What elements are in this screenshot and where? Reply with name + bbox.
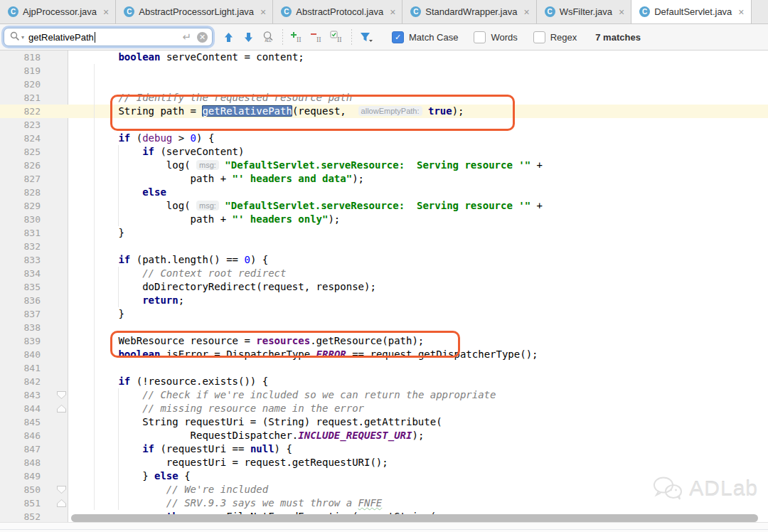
code-token [70, 294, 142, 306]
code-line[interactable]: // We're included [70, 483, 543, 496]
code-line[interactable] [70, 78, 543, 91]
fold-marker-icon[interactable] [57, 405, 66, 413]
line-number: 848 [0, 456, 68, 469]
code-token: return [142, 294, 178, 306]
code-line[interactable]: } [70, 307, 543, 321]
code-line[interactable]: boolean serveContent = content; [70, 50, 543, 64]
close-tab-icon[interactable]: × [523, 7, 529, 17]
line-number-gutter: 8188198208218228238248258268278288298308… [0, 50, 68, 523]
code-token: log( [70, 200, 196, 211]
previous-occurrence-button[interactable] [220, 28, 237, 46]
editor-tab[interactable]: CWsFilter.java× [537, 0, 632, 23]
code-token: RequestDispatcher. [70, 430, 298, 441]
match-case-option[interactable]: ✓ Match Case [392, 31, 458, 43]
code-line[interactable]: RequestDispatcher.INCLUDE_REQUEST_URI); [70, 429, 543, 442]
line-number: 822 [0, 105, 68, 118]
tab-label: AbstractProtocol.java [296, 6, 383, 17]
code-line[interactable]: if (path.length() == 0) { [70, 253, 543, 267]
code-line[interactable]: log( msg: "DefaultServlet.serveResource:… [70, 159, 543, 172]
regex-checkbox[interactable] [533, 31, 545, 43]
code-token: if [118, 254, 130, 265]
class-icon: C [124, 6, 134, 17]
svg-text:ALL: ALL [265, 38, 272, 43]
code-token: boolean [118, 51, 160, 63]
editor-tab[interactable]: CDefaultServlet.java× [631, 0, 751, 23]
words-option[interactable]: Words [474, 31, 517, 43]
code-line[interactable]: // missing resource name in the error [70, 402, 543, 415]
code-token [70, 403, 142, 414]
search-input[interactable]: ▾ getRelativePath ↵ ✕ [4, 28, 213, 46]
code-line[interactable]: return; [70, 294, 543, 307]
add-occurrence-button[interactable]: II [289, 28, 306, 46]
code-line[interactable] [70, 240, 543, 253]
horizontal-scrollbar[interactable] [71, 514, 758, 522]
watermark-text: ADLab [689, 477, 758, 501]
code-line[interactable]: if (debug > 0) { [70, 132, 543, 145]
close-tab-icon[interactable]: × [260, 7, 266, 17]
code-token: ); [352, 173, 364, 184]
code-line[interactable]: String requestUri = (String) request.get… [70, 415, 543, 429]
code-line[interactable]: // SRV.9.3 says we must throw a FNFE [70, 496, 543, 510]
line-number: 849 [0, 469, 68, 483]
code-token: // Context root redirect [142, 267, 286, 279]
code-line[interactable]: path + "' headers only"); [70, 213, 543, 226]
code-line[interactable]: } [70, 226, 543, 240]
svg-text:II: II [316, 36, 321, 43]
code-line[interactable]: log( msg: "DefaultServlet.serveResource:… [70, 199, 543, 213]
close-tab-icon[interactable]: × [103, 7, 109, 17]
fold-marker-icon[interactable] [57, 486, 66, 494]
code-line[interactable]: requestUri = request.getRequestURI(); [70, 456, 543, 469]
find-all-button[interactable]: ALL [260, 28, 277, 46]
bottom-strip [0, 522, 768, 532]
code-line[interactable]: if (serveContent) [70, 145, 543, 159]
code-editor[interactable]: 8188198208218228238248258268278288298308… [0, 50, 768, 532]
words-checkbox[interactable] [474, 31, 486, 43]
search-filter-button[interactable] [358, 28, 375, 46]
code-token: // SRV.9.3 says we must throw a [166, 497, 358, 509]
editor-tab[interactable]: CAbstractProcessorLight.java× [116, 0, 273, 23]
class-icon: C [8, 6, 18, 17]
toolbar-separator [351, 29, 352, 45]
code-line[interactable]: path + "' headers and data"); [70, 172, 543, 186]
search-history-dropdown-icon[interactable]: ▾ [21, 34, 24, 41]
code-token: ) { [196, 132, 214, 144]
editor-tab[interactable]: CStandardWrapper.java× [402, 0, 536, 23]
line-number: 836 [0, 294, 68, 307]
code-token: (path.length() == [130, 254, 244, 265]
code-line[interactable]: doDirectoryRedirect(request, response); [70, 280, 543, 294]
code-line[interactable] [70, 361, 543, 375]
code-line[interactable] [70, 64, 543, 78]
editor-tab[interactable]: CAjpProcessor.java× [0, 0, 116, 23]
select-all-occurrences-button[interactable]: II [329, 28, 346, 46]
ide-window: CAjpProcessor.java×CAbstractProcessorLig… [0, 0, 768, 532]
code-token [70, 267, 142, 279]
search-icon [10, 31, 20, 43]
code-line[interactable]: // Check if we're included so we can ret… [70, 388, 543, 402]
clear-search-icon[interactable]: ✕ [197, 32, 208, 43]
match-case-checkbox[interactable]: ✓ [392, 31, 404, 43]
class-icon: C [281, 6, 292, 17]
code-token [70, 443, 142, 454]
code-line[interactable]: else [70, 186, 543, 199]
code-token: } [70, 470, 154, 482]
code-token: requestUri = request.getRequestURI(); [70, 457, 388, 468]
line-number: 835 [0, 280, 68, 294]
code-line[interactable]: if (!resource.exists()) { [70, 375, 543, 388]
toolbar-separator [282, 29, 283, 45]
close-tab-icon[interactable]: × [390, 7, 395, 17]
fold-marker-icon[interactable] [57, 391, 66, 399]
close-tab-icon[interactable]: × [619, 7, 624, 17]
next-occurrence-button[interactable] [240, 28, 257, 46]
code-line[interactable]: // Context root redirect [70, 267, 543, 280]
editor-tab[interactable]: CAbstractProtocol.java× [273, 0, 402, 23]
line-number: 831 [0, 226, 68, 240]
code-token: if [118, 376, 130, 387]
regex-option[interactable]: Regex [533, 31, 577, 43]
tab-label: StandardWrapper.java [425, 6, 517, 17]
fold-marker-icon[interactable] [57, 499, 66, 507]
remove-occurrence-button[interactable]: II [309, 28, 326, 46]
code-line[interactable]: if (requestUri == null) { [70, 442, 543, 456]
code-token: log( [70, 159, 196, 171]
code-line[interactable]: } else { [70, 469, 543, 483]
close-tab-icon[interactable]: × [738, 7, 744, 17]
